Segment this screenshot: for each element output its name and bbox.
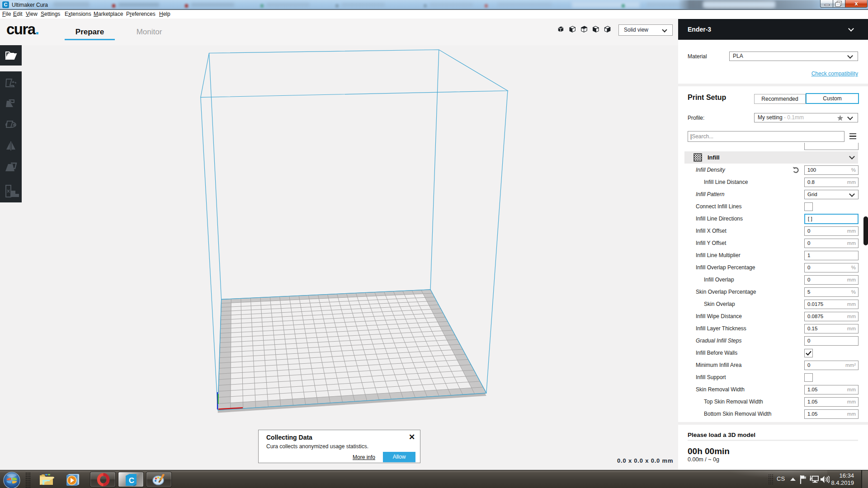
svg-text:C: C — [129, 476, 134, 485]
